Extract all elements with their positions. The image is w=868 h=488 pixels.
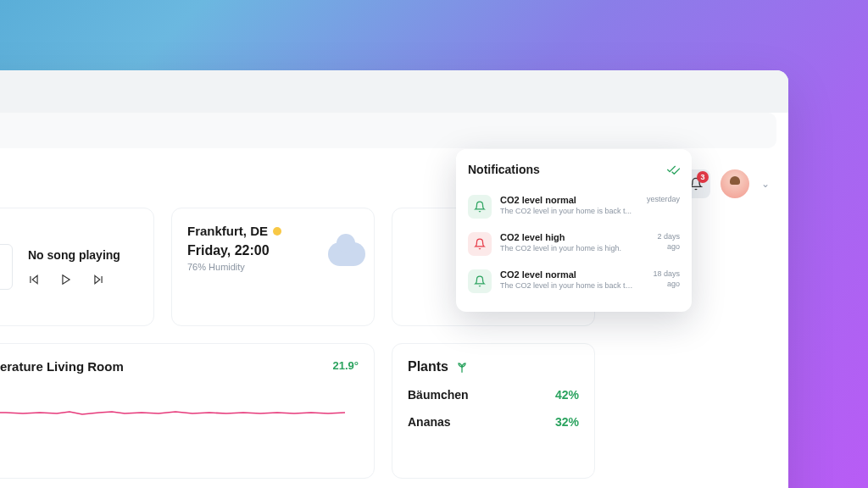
notification-title: CO2 level high [500, 232, 634, 242]
notification-badge: 3 [697, 171, 709, 183]
temp-axis-label: 21° [0, 435, 359, 444]
mark-all-read-button[interactable] [666, 164, 680, 175]
notification-desc: The CO2 level in your home is back to... [500, 281, 634, 290]
plant-row[interactable]: Bäumchen 42% [408, 388, 579, 402]
weather-city-label: Frankfurt, DE [187, 224, 268, 238]
svg-marker-7 [95, 275, 100, 283]
bell-icon [468, 269, 492, 293]
notification-title: CO2 level normal [500, 269, 634, 280]
notification-desc: The CO2 level in your home is high. [500, 244, 634, 252]
bell-icon [468, 195, 492, 219]
album-art-placeholder [0, 244, 13, 290]
music-card: No song playing [0, 208, 154, 326]
play-button[interactable] [60, 274, 72, 286]
weather-city: Frankfurt, DE [187, 224, 359, 238]
sun-icon [273, 227, 281, 236]
temp-axis-label: 23° [0, 389, 359, 398]
notification-time: 18 days ago [643, 269, 680, 289]
notification-desc: The CO2 level in your home is back t... [500, 207, 634, 215]
plant-name: Bäumchen [408, 388, 469, 402]
music-controls [28, 274, 138, 286]
notification-time: 2 days ago [643, 232, 680, 252]
next-track-button[interactable] [92, 274, 104, 286]
bell-icon [468, 232, 492, 256]
notification-item[interactable]: CO2 level normalThe CO2 level in your ho… [468, 263, 680, 300]
svg-marker-6 [63, 275, 70, 285]
plant-pct: 32% [555, 415, 579, 429]
prev-track-button[interactable] [28, 274, 40, 286]
notification-item[interactable]: CO2 level highThe CO2 level in your home… [468, 225, 680, 263]
svg-marker-4 [32, 275, 37, 283]
music-title: No song playing [28, 248, 138, 262]
notification-time: yesterday [643, 195, 680, 205]
plant-row[interactable]: Ananas 32% [408, 415, 579, 429]
plants-heading-label: Plants [408, 359, 448, 374]
plant-icon [455, 360, 469, 374]
notifications-heading: Notifications [468, 163, 540, 176]
plants-card: Plants Bäumchen 42% Ananas 32% [392, 343, 595, 479]
plant-pct: 42% [555, 388, 579, 402]
notification-item[interactable]: CO2 level normalThe CO2 level in your ho… [468, 188, 680, 225]
temperature-title: Temperature Living Room [0, 359, 359, 374]
temperature-current: 21.9° [332, 359, 359, 372]
weather-card: Frankfurt, DE Friday, 22:00 76% Humidity [171, 208, 375, 326]
check-all-icon [666, 164, 680, 175]
avatar[interactable] [721, 169, 749, 198]
url-bar[interactable] [0, 113, 776, 148]
notifications-panel: Notifications CO2 level normalThe CO2 le… [456, 149, 692, 312]
window-titlebar [0, 70, 788, 113]
chevron-down-icon[interactable]: ⌄ [761, 178, 770, 190]
cloud-icon [328, 242, 365, 266]
plants-heading: Plants [408, 359, 579, 374]
plant-name: Ananas [408, 415, 451, 429]
temperature-card: 21.9° Temperature Living Room 23° 22° 21… [0, 343, 375, 479]
notification-title: CO2 level normal [500, 195, 634, 205]
